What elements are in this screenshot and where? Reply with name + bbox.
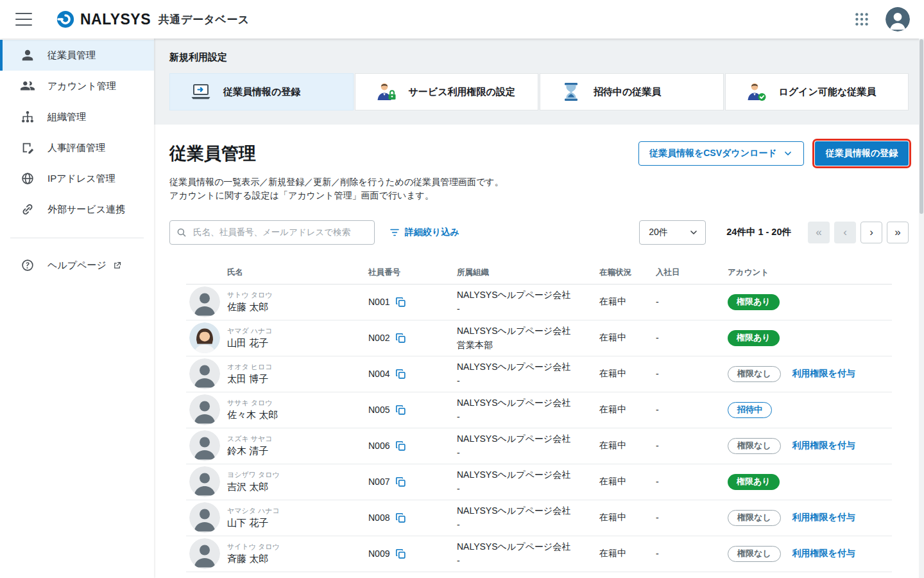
advanced-filter-link[interactable]: 詳細絞り込み <box>389 227 459 238</box>
card-service-permission-settings[interactable]: サービス利用権限の設定 <box>355 73 539 110</box>
join-date: - <box>656 369 659 379</box>
employee-avatar <box>189 394 220 425</box>
copy-icon[interactable] <box>395 368 407 380</box>
avatar-person-icon <box>189 502 220 533</box>
page-size-select[interactable]: 20件 <box>639 220 706 245</box>
page-title: 従業員管理 <box>169 142 256 165</box>
copy-icon[interactable] <box>395 332 407 344</box>
account-status-badge: 権限なし <box>728 366 781 382</box>
employee-number: N007 <box>368 477 389 487</box>
table-row: ヨシザワ タロウ 吉沢 太郎 N007 NALYSYSヘルプページ会社 - 在籍… <box>186 464 892 500</box>
employment-status: 在籍中 <box>599 296 626 306</box>
employee-kana: ヤマダ ハナコ <box>227 326 368 336</box>
card-label: 招待中の従業員 <box>594 86 661 98</box>
employee-name: 斉藤 太郎 <box>227 553 368 565</box>
sidebar-item-account-management[interactable]: アカウント管理 <box>0 71 154 101</box>
employee-kana: ヤマシタ ハナコ <box>227 506 368 516</box>
sidebar-item-organization-management[interactable]: 組織管理 <box>0 101 154 132</box>
employee-avatar <box>189 538 220 569</box>
avatar-person-icon <box>189 538 220 569</box>
copy-icon[interactable] <box>395 512 407 524</box>
org-company: NALYSYSヘルプページ会社 <box>457 469 599 480</box>
org-department: - <box>457 375 599 387</box>
globe-icon <box>21 171 35 186</box>
sidebar-item-label: 組織管理 <box>47 111 86 123</box>
pagination-next-button[interactable]: › <box>860 222 882 243</box>
employee-number: N005 <box>368 405 389 415</box>
new-usage-setup-section: 新規利用設定 従業員情報の登録 サービス利用権限の設定 <box>154 39 924 125</box>
result-count: 24件中 1 - 20件 <box>726 226 791 238</box>
org-company: NALYSYSヘルプページ会社 <box>457 505 599 516</box>
pagination-last-button[interactable]: » <box>887 222 909 243</box>
copy-icon[interactable] <box>395 404 407 416</box>
org-department: - <box>457 411 599 423</box>
employee-number: N009 <box>368 548 389 559</box>
copy-icon[interactable] <box>395 440 407 452</box>
grant-permission-link[interactable]: 利用権限を付与 <box>792 440 855 451</box>
column-header-employee-no: 社員番号 <box>368 267 457 278</box>
sidebar-item-label: 人事評価管理 <box>47 142 105 154</box>
csv-download-button[interactable]: 従業員情報をCSVダウンロード <box>638 141 804 166</box>
sidebar-item-employee-management[interactable]: 従業員管理 <box>0 40 154 71</box>
main-content: 新規利用設定 従業員情報の登録 サービス利用権限の設定 <box>154 39 924 578</box>
org-company: NALYSYSヘルプページ会社 <box>457 397 599 408</box>
avatar-person-icon <box>189 430 220 461</box>
employee-avatar <box>189 322 220 353</box>
org-department: - <box>457 483 599 495</box>
org-company: NALYSYSヘルプページ会社 <box>457 325 599 337</box>
user-avatar[interactable] <box>886 7 910 31</box>
copy-icon[interactable] <box>395 548 407 560</box>
org-company: NALYSYSヘルプページ会社 <box>457 433 599 444</box>
scrollbar-thumb[interactable] <box>920 39 923 214</box>
external-link-icon <box>112 261 122 270</box>
employment-status: 在籍中 <box>599 404 626 414</box>
account-status-badge: 権限なし <box>728 510 781 526</box>
chevron-down-icon <box>783 148 793 159</box>
employee-number: N004 <box>368 369 389 379</box>
grant-permission-link[interactable]: 利用権限を付与 <box>792 548 855 559</box>
account-status-badge: 権限あり <box>728 474 780 490</box>
sidebar-item-ip-address-management[interactable]: IPアドレス管理 <box>0 163 154 194</box>
sidebar-item-external-service-integration[interactable]: 外部サービス連携 <box>0 194 154 225</box>
table-row: スズキ サヤコ 鈴木 清子 N006 NALYSYSヘルプページ会社 - 在籍中… <box>186 428 892 464</box>
page-size-value: 20件 <box>649 227 668 238</box>
employee-kana: オオタ ヒロコ <box>227 362 368 372</box>
employee-kana: スズキ サヤコ <box>227 434 368 444</box>
card-login-enabled-employees[interactable]: ログイン可能な従業員 <box>725 73 909 110</box>
table-toolbar: 詳細絞り込み 20件 24件中 1 - 20件 « ‹ › » <box>169 220 909 245</box>
apps-grid-icon[interactable] <box>853 11 870 28</box>
card-label: ログイン可能な従業員 <box>779 86 877 98</box>
employment-status: 在籍中 <box>599 476 626 486</box>
menu-icon[interactable] <box>15 13 32 26</box>
employee-table-header: 氏名 社員番号 所属組織 在籍状況 入社日 アカウント <box>186 261 892 285</box>
register-employee-button[interactable]: 従業員情報の登録 <box>815 141 909 166</box>
org-department: - <box>457 303 599 315</box>
card-invited-employees[interactable]: 招待中の従業員 <box>540 73 724 110</box>
join-date: - <box>656 405 659 415</box>
copy-icon[interactable] <box>395 476 407 488</box>
sidebar-item-label: 外部サービス連携 <box>47 204 125 216</box>
sidebar-item-label: 従業員管理 <box>47 49 96 62</box>
account-status-badge: 権限なし <box>728 546 781 562</box>
employee-name: 佐藤 太郎 <box>227 301 368 313</box>
employment-status: 在籍中 <box>599 368 626 378</box>
chevron-down-icon <box>689 227 699 238</box>
account-status-badge: 権限なし <box>728 438 781 454</box>
copy-icon[interactable] <box>395 296 407 308</box>
nalysys-logo-icon <box>56 10 74 28</box>
grant-permission-link[interactable]: 利用権限を付与 <box>792 368 855 380</box>
org-company: NALYSYSヘルプページ会社 <box>457 289 599 301</box>
csv-download-label: 従業員情報をCSVダウンロード <box>649 148 777 159</box>
search-icon <box>176 227 187 238</box>
sidebar-item-help-page[interactable]: ヘルプページ <box>0 251 154 279</box>
person-icon <box>21 48 35 62</box>
page-scrollbar[interactable] <box>919 39 924 578</box>
search-input[interactable] <box>169 220 375 245</box>
org-department: - <box>457 555 599 566</box>
grant-permission-link[interactable]: 利用権限を付与 <box>792 512 855 523</box>
avatar-person-icon <box>189 394 220 425</box>
sidebar-item-hr-evaluation-management[interactable]: 人事評価管理 <box>0 132 154 163</box>
join-date: - <box>656 477 659 487</box>
card-employee-registration[interactable]: 従業員情報の登録 <box>169 73 354 110</box>
brand-logo[interactable]: NALYSYS 共通データベース <box>56 10 250 28</box>
